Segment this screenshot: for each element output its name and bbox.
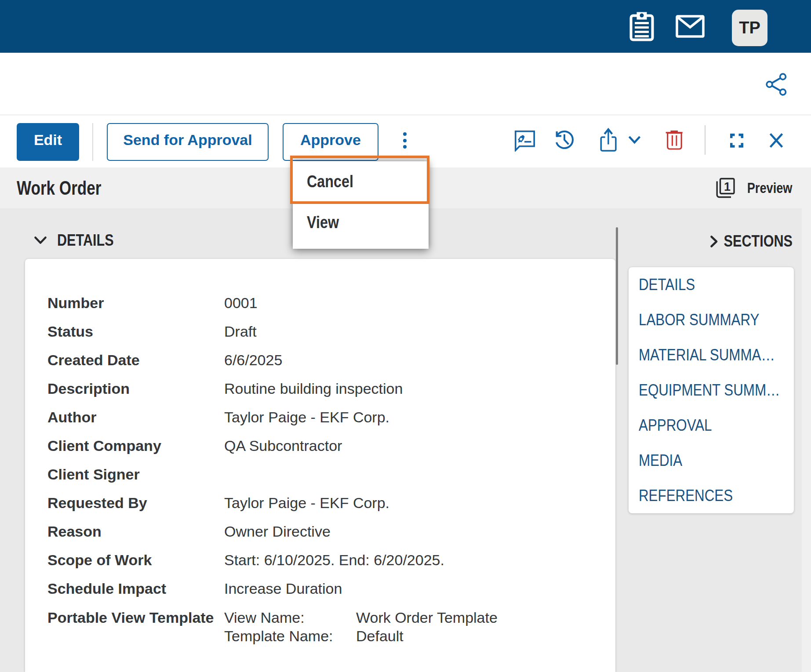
svg-text:1: 1 bbox=[724, 180, 731, 193]
